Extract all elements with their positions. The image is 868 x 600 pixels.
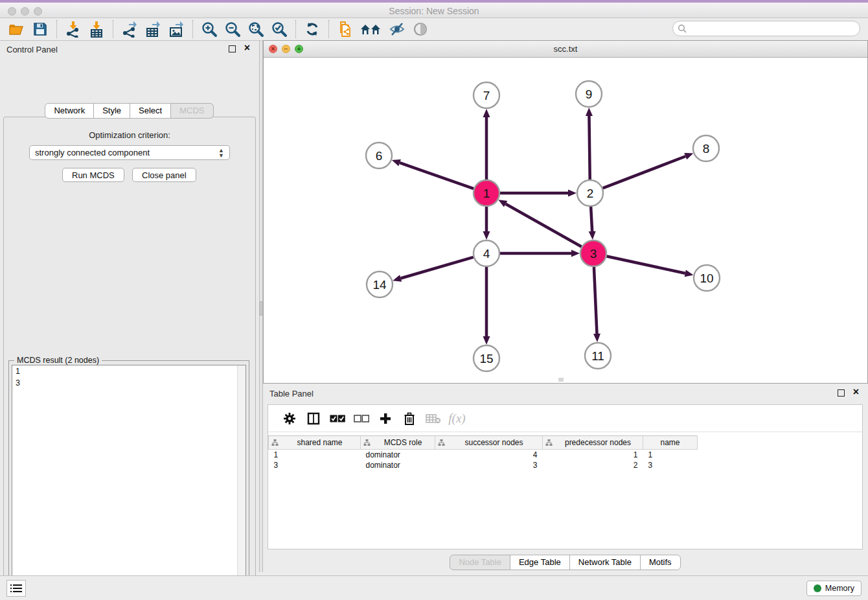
network-window-titlebar: × − + scc.txt [264,41,867,58]
table-settings-button[interactable] [277,409,301,428]
mcds-result-list[interactable]: 13 [12,365,246,600]
table-cell[interactable]: 3 [643,460,698,470]
export-network-icon [121,21,138,38]
delete-table-button[interactable] [421,409,445,428]
select-all-columns-button[interactable] [325,409,349,428]
tab-network-table[interactable]: Network Table [569,555,641,570]
edge-2-8[interactable] [603,156,686,188]
edge-3-11[interactable] [594,267,597,334]
edge-3-1[interactable] [506,204,582,247]
zoom-in-button[interactable] [198,19,221,39]
node-label: 7 [483,89,490,102]
optimization-select[interactable]: strongly connected component ▲▼ [29,145,230,160]
function-builder-button[interactable]: f(x) [445,409,469,428]
zoom-out-button[interactable] [221,19,244,39]
export-table-button[interactable] [141,19,165,39]
close-panel-icon[interactable]: × [853,387,859,397]
node-table: shared nameMCDS rolesuccessor nodesprede… [268,435,698,470]
zoom-fit-icon [247,21,264,38]
table-cell[interactable]: 1 [269,450,361,460]
table-cell[interactable]: dominator [361,460,435,470]
first-neighbors-button[interactable] [357,19,385,39]
import-table-button[interactable] [85,19,108,39]
table-row[interactable]: 1dominator411 [269,450,698,460]
arrowhead-icon [571,250,580,257]
export-image-button[interactable] [165,19,188,39]
list-icon [10,584,22,593]
hierarchy-icon [363,439,371,446]
search-field[interactable] [672,21,860,36]
table-cell[interactable]: dominator [361,450,435,460]
close-panel-button[interactable]: Close panel [132,168,196,182]
zoom-fit-button[interactable] [244,19,268,39]
float-panel-icon[interactable] [838,389,845,397]
tab-edge-table[interactable]: Edge Table [510,555,570,570]
mcds-result-group: MCDS result (2 nodes) 13 [8,360,249,600]
unselect-all-columns-button[interactable] [349,409,373,428]
column-header-predecessor-nodes[interactable]: predecessor nodes [543,436,643,450]
export-network-button[interactable] [118,19,141,39]
tab-mcds[interactable]: MCDS [170,103,213,119]
table-row[interactable]: 3dominator323 [269,460,698,470]
task-history-button[interactable] [6,580,26,597]
canvas-resize-grip[interactable] [558,378,564,382]
edge-2-9[interactable] [589,116,589,179]
table-cell[interactable]: 3 [269,460,361,470]
memory-label: Memory [825,584,854,593]
save-session-button[interactable] [29,19,52,39]
toolbar-separator [56,20,57,38]
delete-column-button[interactable] [397,409,421,428]
float-panel-icon[interactable] [229,45,236,52]
zoom-selected-button[interactable] [268,19,291,39]
splitter-grip[interactable] [260,301,262,316]
search-input[interactable] [687,24,860,34]
toggle-panel-button[interactable] [301,409,325,428]
gear-icon [283,412,296,425]
result-item[interactable]: 3 [12,377,246,389]
add-column-button[interactable] [373,409,397,428]
table-cell[interactable]: 1 [643,450,698,460]
table-panel-title: Table Panel [269,389,314,398]
import-network-button[interactable] [62,19,85,39]
edge-4-14[interactable] [401,257,474,279]
table-cell[interactable]: 2 [543,460,643,470]
memory-button[interactable]: Memory [806,581,862,596]
tab-node-table[interactable]: Node Table [450,555,510,570]
edge-2-3[interactable] [591,207,592,231]
tab-style[interactable]: Style [93,103,130,119]
export-image-icon [168,21,185,38]
show-graphics-button[interactable] [409,19,432,39]
tab-select[interactable]: Select [130,103,171,119]
column-header-shared-name[interactable]: shared name [269,436,361,450]
trash-icon [403,412,416,425]
zoom-in-icon [201,21,218,38]
refresh-icon [304,21,321,38]
column-header-name[interactable]: name [643,436,698,450]
column-header-successor-nodes[interactable]: successor nodes [435,436,543,450]
column-header-label: MCDS role [374,438,432,447]
network-graph: 7968124314101511 [264,58,867,383]
tab-network[interactable]: Network [45,103,94,119]
table-panel: Table Panel × [263,385,868,575]
scrollbar-track[interactable] [237,365,246,600]
chevron-updown-icon: ▲▼ [218,148,224,158]
network-view-window: × − + scc.txt 7968124314101511 [263,40,868,384]
memory-status-icon [814,584,821,592]
edge-3-10[interactable] [607,256,685,273]
node-label: 8 [703,142,710,156]
edge-1-6[interactable] [400,163,474,189]
tab-motifs[interactable]: Motifs [640,555,681,570]
column-header-MCDS-role[interactable]: MCDS role [361,436,435,450]
table-cell[interactable]: 4 [435,450,543,460]
run-mcds-button[interactable]: Run MCDS [62,168,124,182]
close-panel-icon[interactable]: × [244,43,250,53]
table-cell[interactable]: 3 [435,460,543,470]
network-canvas[interactable]: 7968124314101511 [264,58,867,383]
open-session-button[interactable] [5,19,29,39]
duplicate-network-button[interactable] [334,19,357,39]
arrowhead-icon [684,153,693,159]
hide-graphics-button[interactable] [385,19,409,39]
refresh-button[interactable] [301,19,324,39]
result-item[interactable]: 1 [12,365,246,377]
table-cell[interactable]: 1 [543,450,643,460]
